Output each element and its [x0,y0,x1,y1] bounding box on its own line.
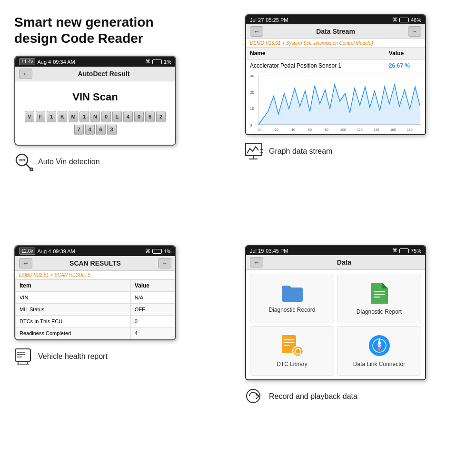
ds-battery [399,18,409,22]
status-bar-scan: 12.0v Aug 4 09:39 AM ⌘ 1% [15,246,175,256]
vin-content: VIN Scan VF1KM1N0E40627463 [15,81,175,145]
svg-text:VIN: VIN [19,158,25,162]
scan-row-item: VIN [16,292,131,304]
phone-screen-scan: 12.0v Aug 4 09:39 AM ⌘ 1% ← SCAN RESULTS… [14,245,176,340]
folder-icon [281,284,304,303]
svg-text:0: 0 [258,127,260,131]
svg-text:20: 20 [250,90,254,95]
scan-table-row: Readiness Completed4 [16,327,175,339]
scan-row-value: 4 [130,327,175,339]
scan-results-table: Item Value VINN/AMIL StatusOFFDTCs In Th… [15,279,175,339]
battery-indicator [152,60,162,64]
feature-label-health: Vehicle health report [14,347,108,366]
menu-item-data-link-connector[interactable]: Data Link Connector [337,326,421,376]
scan-row-item: MIL Status [16,304,131,316]
vin-char: 0 [134,111,144,122]
health-feature-icon [14,347,33,366]
vin-char: 2 [156,111,166,122]
scan-row-value: N/A [130,292,175,304]
svg-text:40: 40 [291,127,295,131]
record-feature-icon [245,387,264,406]
ds-date: Jul 27 [250,17,264,23]
scan-col-item: Item [16,280,131,292]
ds-breadcrumb: DEMO V15.01 > System Sel...ansmission Co… [246,39,425,48]
scan-row-item: Readiness Completed [16,327,131,339]
ds-table: Name Value Accelerator Pedal Position Se… [246,48,425,72]
status-right-ds: ⌘ 46% [392,17,421,23]
scan-row-value: 0 [130,316,175,327]
nav-title-ds: Data Stream [267,28,404,35]
feature-label-record: Record and playback data [245,387,357,406]
ds-row1-name: Accelerator Pedal Position Sensor 1 [246,60,385,72]
status-bar-vin: 11.4v Aug 4 09:34 AM ⌘ 1% [15,57,175,67]
svg-text:30: 30 [250,75,254,78]
scan-battery [152,249,162,254]
compass-icon [368,334,391,357]
ds-battery-pct: 46% [411,17,421,23]
vin-icon-svg: VIN [14,152,33,171]
svg-point-50 [378,344,381,347]
scan-table-row: DTCs In This ECU0 [16,316,175,327]
back-button-scan[interactable]: ← [19,258,32,268]
top-right-section: Jul 27 05:25 PM ⌘ 46% ← Data Stream → DE… [240,10,466,236]
menu-item-dtc-library[interactable]: DTC Library [250,326,334,376]
status-right: ⌘ 1% [145,59,171,65]
back-button-ds[interactable]: ← [250,26,263,37]
svg-text:60: 60 [308,127,312,131]
svg-text:160: 160 [390,127,396,131]
data-battery [399,248,409,253]
data-date: Jul 19 [250,248,264,254]
vin-char: 4 [85,124,95,135]
scan-wifi-icon: ⌘ [145,248,150,254]
status-date: Aug 4 [37,59,51,65]
scan-row-item: DTCs In This ECU [16,316,131,327]
svg-text:180: 180 [407,127,413,131]
data-menu-grid: Diagnostic Record Diagnostic Report [246,270,425,379]
status-left: 11.4v Aug 4 09:34 AM [19,58,75,65]
menu-item-diagnostic-record[interactable]: Diagnostic Record [250,274,334,323]
status-left-scan: 12.0v Aug 4 09:39 AM [19,248,75,255]
status-bar-ds: Jul 27 05:25 PM ⌘ 46% [246,15,425,24]
menu-item-label-dlc: Data Link Connector [353,361,405,367]
phone-screen-data: Jul 19 03:45 PM ⌘ 75% ← Data [245,245,426,380]
status-left-ds: Jul 27 05:25 PM [250,17,288,23]
menu-item-diagnostic-report[interactable]: Diagnostic Report [337,274,421,323]
vin-feature-icon: VIN [14,152,33,171]
ds-row1-value: 26.67 % [385,60,425,72]
svg-text:140: 140 [374,127,379,131]
vin-char: 0 [101,111,111,122]
data-time: 03:45 PM [266,248,288,254]
chart-area: 30 20 10 0 0 20 40 60 80 100 120 140 160 [246,72,425,134]
scan-breadcrumb: EOBD V22.61 > SCAN RESULTS [15,271,175,279]
back-button-vin[interactable]: ← [19,69,32,79]
status-right-data: ⌘ 75% [392,248,421,254]
menu-item-label-dtc: DTC Library [277,361,307,367]
scan-col-value: Value [130,280,175,292]
record-icon-svg [246,388,264,405]
headline-line2: design Code Reader [14,31,143,46]
svg-text:10: 10 [250,106,254,111]
export-button-scan[interactable]: → [158,258,171,268]
battery-pct: 1% [164,59,171,65]
svg-text:80: 80 [325,127,328,131]
bottom-left-section: 12.0v Aug 4 09:39 AM ⌘ 1% ← SCAN RESULTS… [10,240,236,466]
top-left-section: Smart new generation design Code Reader … [10,10,236,236]
nav-title-vin: AutoDect Result [36,70,171,78]
vin-char: K [58,111,67,122]
nav-bar-vin: ← AutoDect Result [15,67,175,81]
status-bar-data: Jul 19 03:45 PM ⌘ 75% [246,246,425,255]
vin-feature-text: Auto Vin detection [38,158,100,166]
phone-screen-datastream: Jul 27 05:25 PM ⌘ 46% ← Data Stream → DE… [245,14,426,135]
vin-char: 3 [107,124,117,135]
nav-title-data: Data [267,258,421,266]
vin-char: 1 [79,111,89,122]
export-button-ds[interactable]: → [408,26,421,37]
back-button-data[interactable]: ← [250,257,263,268]
svg-point-51 [247,389,260,403]
headline-line1: Smart new generation [14,15,154,30]
svg-text:120: 120 [357,127,363,131]
status-time: 09:34 AM [53,59,75,65]
bottom-right-section: Jul 19 03:45 PM ⌘ 75% ← Data [240,240,466,466]
vin-char: 1 [47,111,56,122]
vin-char: 4 [123,111,133,122]
